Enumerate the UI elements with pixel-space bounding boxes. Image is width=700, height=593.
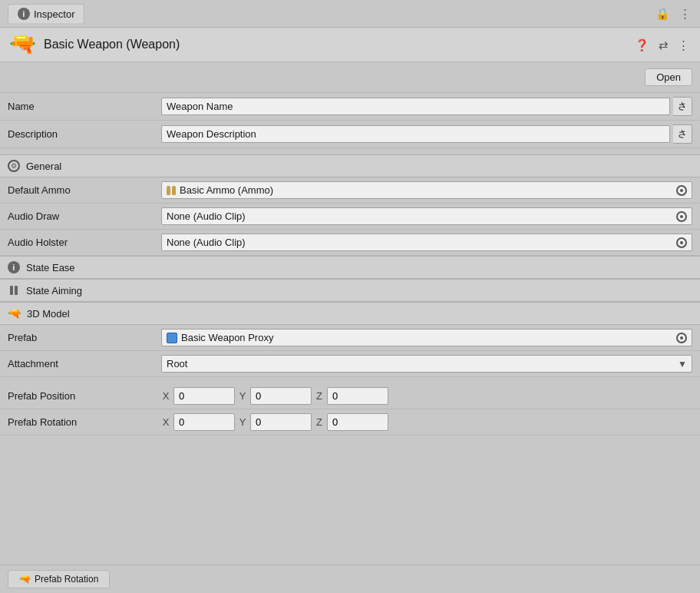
description-row: Description さ: [0, 121, 700, 148]
prefab-rotation-z-input[interactable]: [327, 413, 388, 431]
component-header-right: ❓ ⇄ ⋮: [633, 38, 691, 52]
component-settings-button[interactable]: ⇄: [657, 38, 670, 52]
description-value-container: さ: [161, 124, 692, 144]
window-menu-button[interactable]: ⋮: [678, 6, 692, 21]
default-ammo-field[interactable]: Basic Ammo (Ammo): [161, 181, 692, 199]
prefab-rotation-tab-icon: 🔫: [19, 574, 31, 585]
content-area: Name さ Description さ ⚙ General Default A…: [0, 93, 700, 593]
state-ease-section-icon: i: [8, 261, 20, 273]
lock-button[interactable]: 🔒: [654, 6, 672, 21]
audio-draw-target-icon: [676, 211, 687, 222]
attachment-row: Attachment Root ▼: [0, 351, 700, 377]
component-menu-button[interactable]: ⋮: [676, 38, 691, 52]
audio-draw-text: None (Audio Clip): [167, 210, 246, 222]
pause-bar-2: [15, 286, 18, 295]
prefab-position-label: Prefab Position: [8, 390, 161, 402]
prefab-target-icon: [676, 333, 687, 343]
state-ease-section-header[interactable]: i State Ease: [0, 256, 700, 279]
audio-holster-field[interactable]: None (Audio Clip): [161, 234, 692, 251]
attachment-text: Root: [167, 358, 187, 369]
prefab-position-y-input[interactable]: [250, 387, 312, 405]
attachment-value-container: Root ▼: [161, 355, 692, 373]
default-ammo-inner: Basic Ammo (Ammo): [167, 184, 273, 196]
name-localize-button[interactable]: さ: [673, 97, 692, 116]
prefab-text: Basic Weapon Proxy: [181, 332, 273, 343]
ammo-bullet-2: [172, 186, 176, 195]
default-ammo-text: Basic Ammo (Ammo): [180, 184, 273, 196]
title-bar-icons: 🔒 ⋮: [654, 6, 692, 21]
ammo-bullet-1: [167, 186, 170, 195]
name-row: Name さ: [0, 93, 700, 121]
name-value-container: さ: [161, 97, 692, 116]
prefab-field[interactable]: Basic Weapon Proxy: [161, 329, 692, 346]
audio-draw-field[interactable]: None (Audio Clip): [161, 207, 692, 225]
audio-draw-label: Audio Draw: [8, 210, 161, 222]
model-3d-section-header[interactable]: 🔫 3D Model: [0, 302, 700, 325]
prefab-rotation-y-label: Y: [238, 416, 247, 428]
audio-holster-target-icon: [676, 237, 687, 248]
prefab-label: Prefab: [8, 332, 161, 343]
default-ammo-target-icon: [676, 185, 687, 196]
default-ammo-value-container: Basic Ammo (Ammo): [161, 181, 692, 199]
prefab-rotation-y-input[interactable]: [250, 413, 312, 431]
prefab-value-container: Basic Weapon Proxy: [161, 329, 692, 346]
ammo-icon: [167, 186, 176, 195]
prefab-position-row: Prefab Position X Y Z: [0, 383, 700, 409]
separator-1: [0, 148, 700, 154]
general-section-icon: ⚙: [8, 160, 20, 172]
weapon-icon: 🔫: [9, 34, 36, 55]
prefab-rotation-x-input[interactable]: [173, 413, 235, 431]
prefab-position-value-container: X Y Z: [161, 387, 692, 405]
component-header: 🔫 Basic Weapon (Weapon) ❓ ⇄ ⋮: [0, 28, 700, 62]
general-section-header[interactable]: ⚙ General: [0, 154, 700, 177]
separator-2: [0, 377, 700, 383]
prefab-position-z-label: Z: [315, 390, 324, 402]
prefab-rotation-x-label: X: [161, 416, 170, 428]
inspector-tab[interactable]: i Inspector: [8, 4, 84, 23]
default-ammo-label: Default Ammo: [8, 184, 161, 196]
prefab-rotation-label: Prefab Rotation: [8, 416, 161, 428]
prefab-position-x-label: X: [161, 390, 170, 402]
prefab-row: Prefab Basic Weapon Proxy: [0, 325, 700, 351]
model-3d-section-label: 3D Model: [27, 308, 70, 320]
audio-holster-value-container: None (Audio Clip): [161, 234, 692, 251]
audio-holster-label: Audio Holster: [8, 237, 161, 248]
cube-icon: [167, 333, 177, 343]
open-button[interactable]: Open: [645, 68, 692, 86]
prefab-position-z-input[interactable]: [327, 387, 388, 405]
state-aiming-section-header[interactable]: State Aiming: [0, 279, 700, 302]
description-localize-button[interactable]: さ: [673, 124, 692, 144]
name-input[interactable]: [161, 98, 670, 115]
title-bar-left: i Inspector: [8, 4, 84, 23]
audio-holster-text: None (Audio Clip): [167, 237, 246, 248]
model-3d-icon: 🔫: [8, 307, 21, 320]
prefab-position-y-label: Y: [238, 390, 247, 402]
description-input[interactable]: [161, 125, 670, 143]
state-ease-section-label: State Ease: [26, 262, 75, 273]
prefab-position-xyz: X Y Z: [161, 387, 692, 405]
name-label: Name: [8, 101, 161, 112]
prefab-rotation-xyz: X Y Z: [161, 413, 692, 431]
help-button[interactable]: ❓: [633, 38, 651, 52]
prefab-position-x-input[interactable]: [173, 387, 235, 405]
inspector-window: i Inspector 🔒 ⋮ 🔫 Basic Weapon (Weapon) …: [0, 0, 700, 593]
attachment-label: Attachment: [8, 358, 161, 369]
prefab-rotation-row: Prefab Rotation X Y Z: [0, 409, 700, 436]
component-header-left: 🔫 Basic Weapon (Weapon): [9, 34, 180, 55]
audio-holster-row: Audio Holster None (Audio Clip): [0, 230, 700, 256]
state-aiming-section-icon: [8, 284, 20, 296]
attachment-dropdown[interactable]: Root ▼: [161, 355, 692, 373]
pause-bars: [10, 286, 18, 295]
state-aiming-section-label: State Aiming: [26, 285, 82, 296]
prefab-rotation-value-container: X Y Z: [161, 413, 692, 431]
default-ammo-row: Default Ammo Basic Ammo (Ammo): [0, 177, 700, 204]
audio-draw-row: Audio Draw None (Audio Clip): [0, 204, 700, 230]
prefab-rotation-tab[interactable]: 🔫 Prefab Rotation: [8, 570, 110, 588]
attachment-dropdown-arrow: ▼: [678, 359, 687, 369]
title-bar: i Inspector 🔒 ⋮: [0, 0, 700, 28]
component-title: Basic Weapon (Weapon): [44, 38, 180, 51]
bottom-bar: 🔫 Prefab Rotation: [0, 565, 700, 593]
prefab-rotation-z-label: Z: [315, 416, 324, 428]
prefab-inner: Basic Weapon Proxy: [167, 332, 273, 343]
prefab-rotation-tab-label: Prefab Rotation: [35, 574, 98, 585]
